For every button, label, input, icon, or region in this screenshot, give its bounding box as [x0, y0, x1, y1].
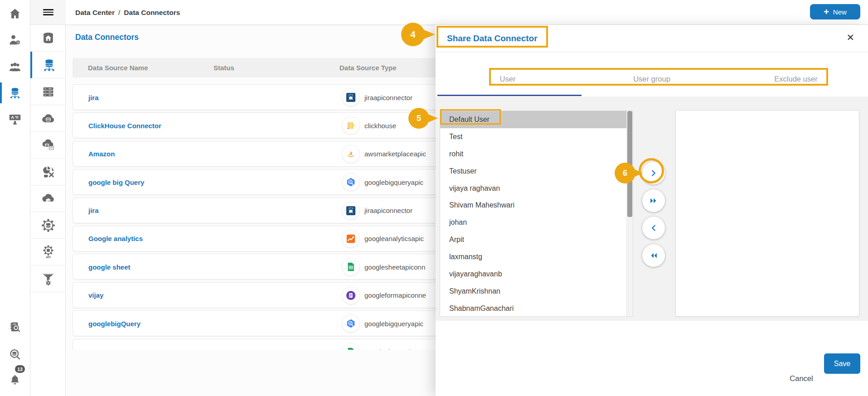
sidebar-item-data-connectors-secondary[interactable]: [30, 52, 66, 78]
data-source-name-link[interactable]: google big Query: [88, 178, 144, 186]
jira-icon: [342, 202, 360, 220]
data-source-type: googlesheetapiconn: [364, 348, 425, 350]
sidebar-item-api-settings[interactable]: API: [30, 239, 66, 266]
user-settings-icon: [9, 34, 21, 46]
sidebar-item-data-search[interactable]: [0, 343, 30, 366]
move-left-button[interactable]: [642, 217, 665, 239]
close-icon[interactable]: ✕: [846, 33, 854, 42]
sidebar-item-user-groups[interactable]: [0, 56, 30, 78]
data-source-name-link[interactable]: ClickHouse Connector: [88, 121, 161, 129]
new-button[interactable]: + New: [810, 4, 860, 19]
data-source-type: googleanalyticsapic: [364, 235, 424, 242]
user-list-item[interactable]: Testuser: [440, 163, 627, 180]
data-sources-icon: [41, 85, 55, 99]
notification-badge: 13: [15, 365, 25, 373]
user-list-item[interactable]: rohit: [440, 145, 627, 163]
clickhouse-icon: [342, 116, 360, 135]
data-source-name-link[interactable]: jira: [88, 207, 99, 214]
double-chevron-right-icon: [649, 196, 659, 206]
callout-4-number: 4: [410, 29, 415, 40]
sidebar-item-data-filter[interactable]: [30, 266, 66, 292]
user-list-item[interactable]: vijaya raghavan: [440, 180, 627, 197]
share-data-connector-drawer: Share Data Connector ✕ UserUser groupExc…: [436, 25, 868, 396]
move-all-right-button[interactable]: [642, 189, 665, 212]
cloud-data-icon: [41, 111, 55, 126]
user-list-item[interactable]: Test: [440, 128, 627, 145]
tab-exclude-user[interactable]: Exclude user: [724, 52, 868, 97]
chevron-left-icon: [649, 223, 659, 233]
home-icon: [9, 7, 21, 20]
move-all-left-button[interactable]: [642, 244, 665, 267]
topbar: Data Center / Data Connectors + New: [66, 0, 868, 25]
data-source-name-link[interactable]: Google analytics: [88, 235, 143, 242]
user-groups-icon: [9, 61, 21, 73]
data-connectors-icon: [9, 87, 21, 99]
presentation-user-icon: [9, 113, 21, 126]
user-list-item[interactable]: Default User: [440, 111, 627, 128]
breadcrumb-item-data-center[interactable]: Data Center: [75, 9, 115, 17]
data-source-name-link[interactable]: googlebigQuery: [88, 319, 141, 327]
sidebar-item-notifications[interactable]: [0, 368, 30, 391]
sidebar-item-cloud-code[interactable]: </>: [30, 132, 66, 159]
menu-toggle-button[interactable]: [30, 0, 66, 25]
data-transform-icon: [41, 165, 55, 179]
user-list-item[interactable]: laxmanstg: [440, 248, 627, 266]
user-list-item[interactable]: Shivam Maheshwari: [440, 197, 627, 214]
user-list-item[interactable]: ShyamKrishnan: [440, 283, 627, 300]
drawer-footer: Cancel Save: [436, 321, 868, 396]
sidebar-item-data-transform[interactable]: [30, 159, 66, 185]
sidebar-item-cloud-data[interactable]: [30, 105, 66, 132]
data-source-type: googleformapiconne: [364, 291, 426, 299]
cloud-code-icon: </>: [41, 138, 55, 152]
data-source-name-link[interactable]: vijay: [88, 291, 103, 299]
callout-6: 6: [615, 163, 635, 184]
user-list-item[interactable]: vijayaraghavanb: [440, 266, 627, 283]
user-list-item[interactable]: johan: [440, 214, 627, 231]
column-header-status: Status: [213, 58, 234, 77]
forms-icon: [342, 286, 360, 304]
selected-users-listbox: [675, 110, 859, 317]
jira-icon: [342, 88, 360, 106]
user-list-item[interactable]: ShabnamGanachari: [440, 300, 627, 317]
tab-user[interactable]: User: [436, 52, 580, 97]
sidebar-item-data-engine[interactable]: [30, 212, 66, 239]
user-list-item[interactable]: Arpit: [440, 231, 627, 248]
analytics-icon: [342, 230, 360, 248]
sidebar-item-presentation[interactable]: [0, 108, 30, 130]
drawer-header: Share Data Connector ✕: [436, 25, 868, 52]
double-chevron-left-icon: [649, 251, 659, 261]
svg-text:API: API: [46, 255, 51, 258]
breadcrumb: Data Center / Data Connectors: [75, 0, 180, 25]
drawer-tabs: UserUser groupExclude user: [436, 52, 868, 97]
save-button[interactable]: Save: [824, 353, 860, 374]
user-list-scrollbar[interactable]: [626, 111, 633, 316]
sidebar-item-home[interactable]: [0, 2, 30, 25]
sidebar-item-data-sources[interactable]: [30, 78, 66, 105]
cloud-package-icon: [41, 192, 55, 206]
sidebar-item-cloud-package[interactable]: [30, 185, 66, 212]
data-engine-icon: [41, 218, 55, 232]
chevron-right-icon: [649, 168, 659, 178]
data-source-name-link[interactable]: jira: [88, 93, 99, 101]
svg-text:</>: </>: [49, 147, 53, 149]
data-source-name-link[interactable]: Amazon: [88, 150, 115, 158]
sheets-icon: [342, 258, 360, 276]
page-title: Data Connectors: [75, 33, 139, 42]
callout-5: 5: [408, 108, 429, 129]
available-users-listbox: Default UserTestrohitTestuservijaya ragh…: [440, 111, 633, 317]
data-source-name-link[interactable]: google sheet: [88, 263, 131, 270]
move-right-button[interactable]: [642, 162, 665, 184]
data-audit-icon: [9, 321, 21, 333]
sidebar-item-data-audit[interactable]: [0, 316, 30, 338]
breadcrumb-separator: /: [118, 9, 120, 17]
sidebar-item-datamart[interactable]: [30, 25, 66, 52]
sheets-icon: [342, 343, 360, 350]
breadcrumb-item-data-connectors[interactable]: Data Connectors: [124, 9, 180, 17]
sidebar-item-user-settings[interactable]: [0, 29, 30, 51]
data-source-type: clickhouse: [364, 121, 396, 129]
plus-icon: +: [824, 7, 829, 16]
cancel-button[interactable]: Cancel: [781, 371, 822, 386]
sidebar-item-data-connectors[interactable]: [0, 82, 30, 104]
active-tab-indicator: [437, 95, 582, 96]
tab-user-group[interactable]: User group: [580, 52, 724, 97]
